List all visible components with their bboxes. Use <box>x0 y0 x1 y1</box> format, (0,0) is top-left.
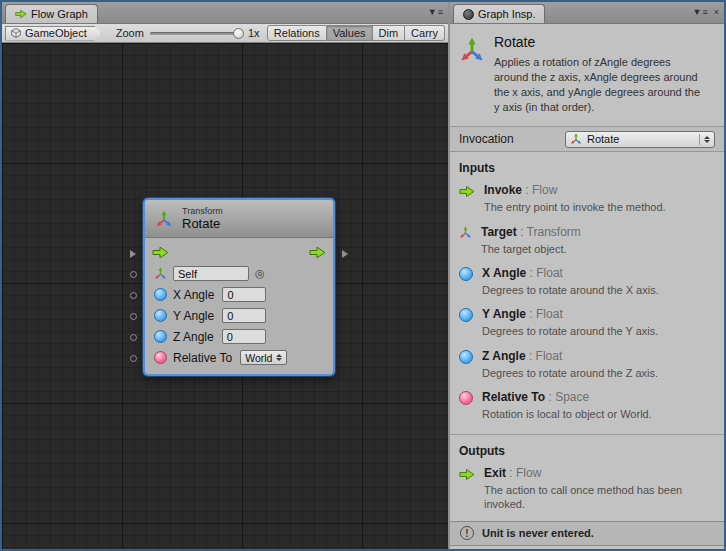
flow-graph-tabstrip: Flow Graph ▼≡ <box>2 2 448 24</box>
space-icon <box>459 391 473 405</box>
node-title: Rotate <box>182 217 223 231</box>
target-object-field[interactable]: Self <box>173 266 249 281</box>
zoom-label: Zoom <box>116 27 144 39</box>
inspector-input-z-angle: Z AngleFloat Degrees to rotate around th… <box>450 348 724 389</box>
z-angle-label: Z Angle <box>173 330 214 344</box>
y-angle-external-port[interactable] <box>130 313 137 320</box>
x-angle-external-port[interactable] <box>130 292 137 299</box>
float-port-icon[interactable] <box>154 309 167 322</box>
exit-external-port[interactable] <box>342 250 348 258</box>
bottom-strip <box>450 546 724 549</box>
relative-to-external-port[interactable] <box>130 355 137 362</box>
float-icon <box>459 308 473 322</box>
space-port-icon[interactable] <box>154 351 167 364</box>
inspector-input-x-angle: X AngleFloat Degrees to rotate around th… <box>450 265 724 306</box>
outputs-section: Outputs ExitFlow The action to call once… <box>450 434 724 521</box>
editor-window: Flow Graph ▼≡ GameObject Zoom 1x Relatio… <box>0 0 726 551</box>
inputs-header: Inputs <box>450 152 724 182</box>
tab-flow-graph[interactable]: Flow Graph <box>5 4 98 23</box>
transform-rotate-node[interactable]: Transform Rotate Self ◎ <box>143 198 335 376</box>
toolbar-button-carry[interactable]: Carry <box>405 25 445 41</box>
flow-graph-icon <box>15 9 27 19</box>
inspector-input-target: TargetTransform The target object. <box>450 224 724 265</box>
relative-to-label: Relative To <box>173 351 232 365</box>
warning-icon: ! <box>460 526 474 540</box>
breadcrumb-gameobject[interactable]: GameObject <box>5 26 102 41</box>
transform-icon <box>459 37 485 63</box>
pane-menu-icon[interactable]: ▼≡ <box>428 5 444 19</box>
flow-graph-canvas[interactable]: Transform Rotate Self ◎ <box>2 43 448 549</box>
toolbar-button-values[interactable]: Values <box>327 25 373 41</box>
invocation-row: Invocation Rotate <box>450 126 724 152</box>
inspector-input-relative-to: Relative ToSpace Rotation is local to ob… <box>450 389 724 430</box>
object-picker-icon[interactable]: ◎ <box>255 268 265 279</box>
transform-icon <box>155 210 173 228</box>
toolbar-toggle-group: Relations Values Dim Carry <box>267 25 445 41</box>
invoke-external-port[interactable] <box>130 250 136 258</box>
flow-graph-pane: Flow Graph ▼≡ GameObject Zoom 1x Relatio… <box>2 2 450 549</box>
inspector-input-y-angle: Y AngleFloat Degrees to rotate around th… <box>450 306 724 347</box>
x-angle-input[interactable]: 0 <box>222 287 266 302</box>
z-angle-input[interactable]: 0 <box>222 329 266 344</box>
target-external-port[interactable] <box>130 271 137 278</box>
node-header[interactable]: Transform Rotate <box>145 200 333 238</box>
flow-icon <box>459 468 475 481</box>
node-row-x-angle: X Angle 0 <box>145 284 333 305</box>
warning-bar: ! Unit is never entered. <box>450 521 724 546</box>
warning-text: Unit is never entered. <box>482 527 594 539</box>
close-icon[interactable]: × <box>714 5 720 19</box>
exit-port-icon[interactable] <box>309 246 326 259</box>
float-icon <box>459 267 473 281</box>
invocation-dropdown[interactable]: Rotate <box>565 131 715 148</box>
node-row-y-angle: Y Angle 0 <box>145 305 333 326</box>
graph-inspector-icon <box>463 9 474 20</box>
y-angle-input[interactable]: 0 <box>222 308 266 323</box>
dropdown-arrows-icon <box>699 134 710 145</box>
float-port-icon[interactable] <box>154 330 167 343</box>
zoom-slider[interactable] <box>150 32 242 35</box>
zoom-value: 1x <box>248 27 260 39</box>
transform-icon <box>459 226 472 239</box>
tab-flow-graph-label: Flow Graph <box>31 8 88 20</box>
node-row-flow <box>145 242 333 263</box>
zoom-slider-thumb[interactable] <box>233 28 244 39</box>
node-row-relative-to: Relative To World <box>145 347 333 368</box>
node-row-z-angle: Z Angle 0 <box>145 326 333 347</box>
float-port-icon[interactable] <box>154 288 167 301</box>
x-angle-label: X Angle <box>173 288 214 302</box>
gameobject-cube-icon <box>11 28 21 38</box>
z-angle-external-port[interactable] <box>130 334 137 341</box>
toolbar-button-relations[interactable]: Relations <box>267 25 327 41</box>
graph-inspector-pane: Graph Insp. ▼≡ × Rotate Applies a rotati… <box>450 2 724 549</box>
node-body: Self ◎ X Angle 0 Y Angle 0 <box>145 238 333 374</box>
tab-graph-inspector-label: Graph Insp. <box>478 8 535 20</box>
flow-icon <box>459 185 475 198</box>
flow-graph-toolbar: GameObject Zoom 1x Relations Values Dim … <box>2 24 448 43</box>
pane-menu-icon[interactable]: ▼≡ <box>693 5 709 19</box>
node-row-target: Self ◎ <box>145 263 333 284</box>
unit-description-block: Rotate Applies a rotation of zAngle degr… <box>450 24 724 126</box>
relative-to-dropdown[interactable]: World <box>240 350 287 365</box>
inspector-input-invoke: InvokeFlow The entry point to invoke the… <box>450 182 724 223</box>
transform-port-icon[interactable] <box>154 267 167 280</box>
toolbar-button-dim[interactable]: Dim <box>373 25 406 41</box>
y-angle-label: Y Angle <box>173 309 214 323</box>
inspector-output-exit: ExitFlow The action to call once method … <box>450 465 724 521</box>
graph-inspector-tabstrip: Graph Insp. ▼≡ × <box>450 2 724 24</box>
float-icon <box>459 350 473 364</box>
invoke-port-icon[interactable] <box>152 246 169 259</box>
inspector-title: Rotate <box>494 34 706 50</box>
inspector-body: Rotate Applies a rotation of zAngle degr… <box>450 24 724 549</box>
inspector-description: Applies a rotation of zAngle degrees aro… <box>494 55 706 114</box>
transform-icon <box>570 133 582 145</box>
invocation-label: Invocation <box>459 132 565 146</box>
dropdown-arrows-icon <box>276 354 282 361</box>
tab-graph-inspector[interactable]: Graph Insp. <box>453 4 545 23</box>
outputs-header: Outputs <box>450 435 724 465</box>
